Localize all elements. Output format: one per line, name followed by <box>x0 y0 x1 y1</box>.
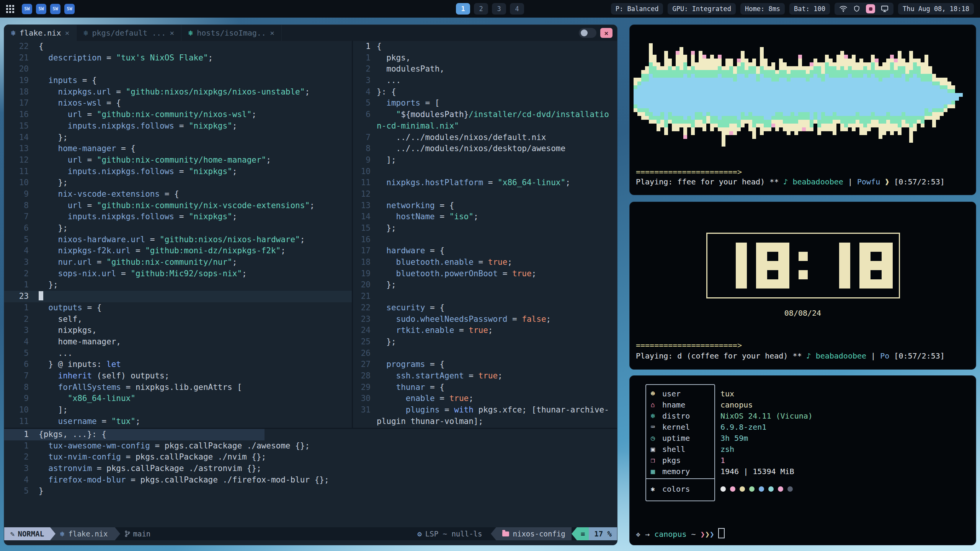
line-number <box>353 121 377 132</box>
line-number: 19 <box>353 268 377 280</box>
code-line: plugin thunar-volman]; <box>353 416 617 427</box>
code-line: 7 inputs.nixpkgs.follows = "nixpkgs"; <box>4 211 352 223</box>
code-line: 31 plugins = with pkgs.xfce; [thunar-arc… <box>353 404 617 416</box>
apps-grid-icon[interactable] <box>6 5 14 13</box>
workspace-icon[interactable]: SW <box>36 4 46 14</box>
line-number: 26 <box>353 348 377 359</box>
color-dot <box>740 486 745 492</box>
editor-tab[interactable]: ❄flake.nix× <box>4 25 77 41</box>
line-number: 3 <box>4 463 39 474</box>
workspace-icon[interactable]: SW <box>22 4 32 14</box>
line-number: 1 <box>353 52 377 64</box>
nix-file-icon: ❄ <box>83 28 88 37</box>
code-line: 14 hostName = "iso"; <box>353 211 617 223</box>
code-line: 7 ../../modules/nixos/default.nix <box>353 132 617 143</box>
mode-label: NORMAL <box>18 530 44 538</box>
code-line: 15 inputs.nixpkgs.follows = "nixpkgs"; <box>4 121 352 132</box>
code-line: 12 url = "github:nix-community/home-mana… <box>4 155 352 166</box>
memory-icon: ▦ <box>651 467 662 475</box>
tab-close-icon[interactable]: × <box>170 28 174 37</box>
code-line: 1 outputs = { <box>4 302 352 314</box>
workspace-icon[interactable]: SW <box>64 4 75 14</box>
color-dot <box>768 486 774 492</box>
line-number: 18 <box>353 257 377 268</box>
line-number: 1 <box>4 279 39 291</box>
line-number: 5 <box>4 348 39 359</box>
pkgs-default-pane[interactable]: 1{pkgs, ...}: {1 tux-awesome-wm-config =… <box>4 429 617 527</box>
line-number: 1 <box>353 41 377 52</box>
code-line: 4 nixpkgs-f2k.url = "github:moni-dz/nixp… <box>4 245 352 257</box>
editor-tab[interactable]: ❄pkgs/default ...× <box>77 25 181 41</box>
line-number: 8 <box>4 382 39 393</box>
fetch-value: tux <box>720 389 734 398</box>
tab-close-icon[interactable]: × <box>65 28 69 37</box>
code-line: 8 ../../modules/nixos/desktop/awesome <box>353 143 617 155</box>
line-number: 11 <box>353 177 377 189</box>
tag-button[interactable]: 3 <box>492 3 506 15</box>
package-icon: ❒ <box>651 456 662 464</box>
line-number: 22 <box>4 41 39 52</box>
text-segment: beabadoobee <box>816 351 866 360</box>
line-number: 13 <box>4 143 39 155</box>
clock-date: 08/08/24 <box>630 308 976 318</box>
tag-button[interactable]: 4 <box>510 3 524 15</box>
iso-image-pane[interactable]: 1{1 pkgs,2 modulesPath,3 ...4}: {5 impor… <box>353 41 617 428</box>
code-line: 19 inputs = { <box>4 75 352 86</box>
pencil-icon: ✎ <box>10 530 15 538</box>
fetch-value: zsh <box>720 445 734 454</box>
text-segment: Playing: ffee for your head) ** <box>636 177 783 186</box>
fetch-separator <box>645 478 714 479</box>
wifi-icon[interactable] <box>839 5 848 13</box>
code-line: 16 url = "github:nix-community/nixos-wsl… <box>4 109 352 121</box>
tab-bar: ❄flake.nix×❄pkgs/default ...×❄hosts/isoI… <box>4 25 617 41</box>
code-line: 1 }; <box>4 279 352 291</box>
fetch-row: ⌨kernel6.9.8-zen1 <box>651 421 766 432</box>
tag-button[interactable]: 2 <box>474 3 488 15</box>
display-icon[interactable] <box>880 5 889 13</box>
editor-tab[interactable]: ❄hosts/isoImag..× <box>181 25 282 41</box>
flake-nix-pane[interactable]: 22{21 description = "tux's NixOS Flake";… <box>4 41 352 428</box>
code-line: 3 nixpkgs, <box>4 325 352 336</box>
line-number: 15 <box>4 121 39 132</box>
tag-button[interactable]: 1 <box>456 3 470 15</box>
text-segment: Playing: d (coffee for your head) ** <box>636 351 807 360</box>
text-segment: Powfu <box>857 177 880 186</box>
nix-file-icon: ❄ <box>11 28 16 37</box>
fetch-colors-row: ✱colors <box>651 483 793 494</box>
workspace-icon[interactable]: SW <box>50 4 60 14</box>
prompt-segment: ❖ <box>636 530 640 539</box>
fetch-label: distro <box>662 411 702 421</box>
code-line: 3 ... <box>353 75 617 86</box>
statusline-file: ❄ flake.nix <box>50 527 114 540</box>
code-line: 17 hardware = { <box>353 245 617 257</box>
line-number: 20 <box>353 279 377 291</box>
branch-name: main <box>133 530 151 538</box>
code-line: 1{ <box>353 41 617 52</box>
fetch-value: 1 <box>720 456 725 465</box>
code-line: 6 } @ inputs: let <box>4 359 352 370</box>
line-number: 12 <box>4 155 39 166</box>
prompt-segment: ❯ <box>705 530 710 539</box>
code-line: 7 inherit (self) outputs; <box>4 370 352 382</box>
color-dot <box>787 486 793 492</box>
home-icon: ⌂ <box>651 401 662 409</box>
line-number: 11 <box>4 416 39 427</box>
tab-close-icon[interactable]: × <box>270 28 274 37</box>
shield-icon[interactable] <box>853 5 861 13</box>
line-number: 1 <box>4 302 39 314</box>
toggle-switch[interactable] <box>579 28 596 38</box>
text-segment: | <box>843 177 857 186</box>
text-segment: ♪ <box>807 351 816 360</box>
window-close-button[interactable]: × <box>600 28 612 38</box>
code-line: 27 programs = { <box>353 359 617 370</box>
code-line: 8 url = "github:nix-community/nix-vscode… <box>4 200 352 212</box>
nix-snowflake-icon: ❄ <box>651 412 662 420</box>
screenshot-icon[interactable] <box>866 4 875 13</box>
line-number: 12 <box>353 189 377 200</box>
code-line: 2 self, <box>4 314 352 325</box>
line-number: 17 <box>4 98 39 109</box>
code-line: 21 <box>353 291 617 302</box>
color-dot <box>749 486 755 492</box>
code-line: 20 <box>4 64 352 75</box>
shell-prompt[interactable]: ❖ → canopus ~ ❯❯❯ <box>636 528 725 539</box>
